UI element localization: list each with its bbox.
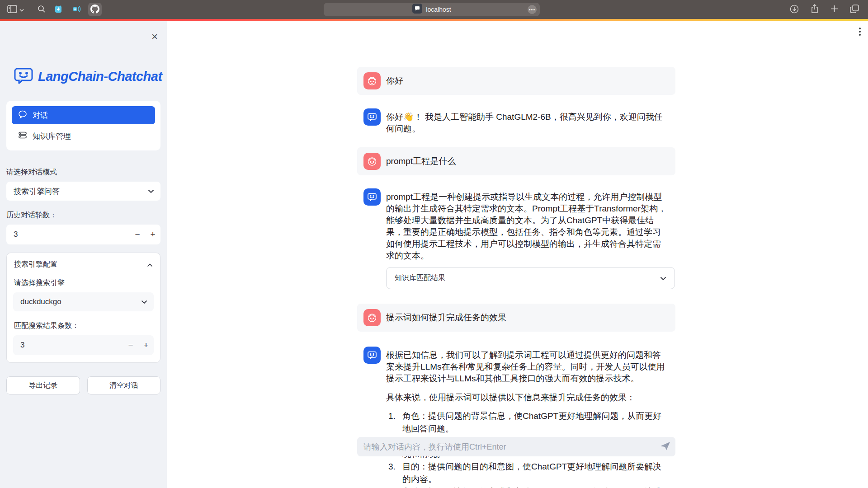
chat-input-bar [357,437,675,456]
chat-icon [18,110,27,121]
search-engine-config-header[interactable]: 搜索引擎配置 [13,260,154,269]
chevron-down-icon [148,187,154,196]
list-item: 角色：提供问题的背景信息，使ChatGPT更好地理解问题，从而更好地回答问题。 [398,410,669,435]
chat-column: 你好 你好👋！ 我是人工智能助手 ChatGLM2-6B，很高兴见到你，欢迎问我… [357,21,675,488]
history-rounds-input[interactable]: 3 − + [6,225,160,244]
tabs-icon [850,5,859,14]
message-text: 你好 [386,75,403,87]
tab-overview-button[interactable] [849,4,860,15]
downloads-button[interactable] [789,4,800,16]
extension-bookmark-button[interactable] [53,4,64,16]
nav-item-knowledge-base[interactable]: 知识库管理 [12,127,155,145]
message-text: prompt工程是一种创建提示或指导以生成文本的过程，允许用户控制模型的输出并生… [386,188,669,262]
database-icon [18,131,27,141]
history-rounds-decrement-button[interactable]: − [130,225,145,244]
user-avatar-icon [363,153,381,170]
search-icon [38,5,46,14]
sidebar-toggle-button[interactable] [6,4,25,15]
match-results-label: 匹配搜索结果条数： [13,321,154,331]
match-results-decrement-button[interactable]: − [123,335,138,355]
match-results-input[interactable]: 3 − + [13,335,154,355]
chevron-up-icon [147,261,153,269]
search-button[interactable] [37,4,47,15]
message-paragraph: 具体来说，使用提示词可以提供以下信息来提升完成任务的效果： [386,392,669,404]
export-history-button[interactable]: 导出记录 [6,376,80,394]
list-item: 目的：提供问题的目的和意图，使ChatGPT更好地理解问题所要解决的内容。 [398,460,669,486]
page-settings-button[interactable]: ••• [528,5,537,14]
extension-github-button[interactable] [88,3,102,16]
kebab-menu-icon [859,28,861,36]
dialog-mode-label: 请选择对话模式 [6,168,160,177]
download-icon [790,5,799,15]
sidebar: × LangChain-Chatchat 对话 [0,21,167,488]
main-area: 你好 你好👋！ 我是人工智能助手 ChatGLM2-6B，很高兴见到你，欢迎问我… [167,21,868,488]
github-extension-icon [90,5,99,15]
kb-match-results-expander[interactable]: 知识库匹配结果 [386,267,675,289]
search-engine-value: duckduckgo [20,297,61,306]
site-favicon [412,4,422,15]
history-rounds-value: 3 [6,230,130,239]
app-logo: LangChain-Chatchat [6,66,160,86]
sidebar-toggle-icon [7,5,17,14]
chevron-down-icon [19,6,24,13]
chat-message-user: prompt工程是什么 [357,147,675,175]
search-engine-config-expander: 搜索引擎配置 请选择搜索引擎 duckduckgo 匹配搜索结果条数： 3 − … [6,253,160,363]
assistant-avatar-icon [363,347,381,364]
user-avatar-icon [363,72,381,89]
chat-message-assistant: prompt工程是一种创建提示或指导以生成文本的过程，允许用户控制模型的输出并生… [357,188,675,262]
url-text: localhost [426,6,451,13]
streamlit-menu-button[interactable] [859,28,861,36]
history-rounds-increment-button[interactable]: + [145,225,160,244]
radar-extension-icon [71,5,81,15]
chat-message-user: 你好 [357,67,675,95]
app-logo-text: LangChain-Chatchat [38,69,162,84]
kb-match-results-label: 知识库匹配结果 [395,273,445,283]
send-icon [661,445,670,451]
bookmark-extension-icon [54,5,63,15]
chat-message-user: 提示词如何提升完成任务的效果 [357,304,675,332]
search-engine-label: 请选择搜索引擎 [13,278,154,288]
message-text: 你好👋！ 我是人工智能助手 ChatGLM2-6B，很高兴见到你，欢迎问我任何问… [386,108,669,135]
plus-icon [830,5,838,14]
match-results-increment-button[interactable]: + [138,335,154,355]
history-rounds-label: 历史对话轮数： [6,211,160,220]
clear-dialogue-button[interactable]: 清空对话 [87,376,161,394]
dialog-mode-value: 搜索引擎问答 [14,186,60,197]
user-avatar-icon [363,309,381,326]
nav-item-label: 对话 [33,110,48,121]
chat-input[interactable] [357,437,642,456]
assistant-avatar-icon [363,108,381,126]
app-logo-icon [14,66,33,86]
list-item: 方法：提供解决问题的方式和方法，使ChatGPT更好地理解如何达成解决问题的目标… [398,486,669,488]
share-icon [811,4,819,15]
nav-item-dialogue[interactable]: 对话 [12,106,155,124]
send-button[interactable] [661,442,670,451]
search-engine-select[interactable]: duckduckgo [13,292,154,311]
message-body: 根据已知信息，我们可以了解到提示词工程可以通过提供更好的问题和答案来提升LLMs… [386,347,669,488]
message-text: 提示词如何提升完成任务的效果 [386,312,506,324]
chevron-down-icon [141,297,147,306]
extension-radar-button[interactable] [70,4,82,16]
browser-toolbar: localhost ••• [0,0,868,19]
message-paragraph: 根据已知信息，我们可以了解到提示词工程可以通过提供更好的问题和答案来提升LLMs… [386,349,669,385]
chat-message-assistant: 你好👋！ 我是人工智能助手 ChatGLM2-6B，很高兴见到你，欢迎问我任何问… [357,108,675,135]
new-tab-button[interactable] [830,4,839,15]
url-bar[interactable]: localhost ••• [324,3,540,16]
nav-item-label: 知识库管理 [33,131,71,141]
assistant-avatar-icon [363,188,381,206]
chevron-down-icon [660,274,666,282]
match-results-value: 3 [13,341,123,350]
nav-menu: 对话 知识库管理 [6,101,160,150]
message-text: prompt工程是什么 [386,155,456,167]
dialog-mode-select[interactable]: 搜索引擎问答 [6,182,160,201]
sidebar-close-button[interactable]: × [151,31,158,42]
chat-message-assistant: 根据已知信息，我们可以了解到提示词工程可以通过提供更好的问题和答案来提升LLMs… [357,347,675,488]
close-icon: × [151,30,158,42]
share-button[interactable] [810,3,820,16]
search-engine-config-title: 搜索引擎配置 [14,260,57,269]
